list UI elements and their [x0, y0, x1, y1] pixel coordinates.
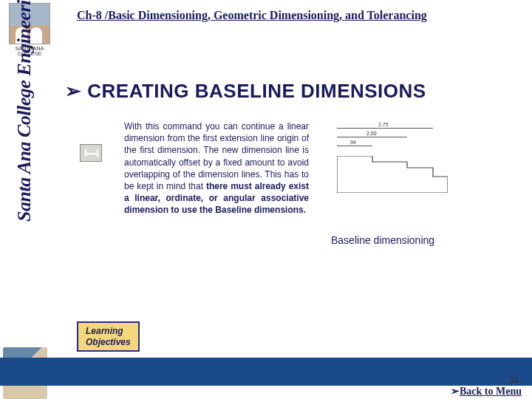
learning-line-2: Objectives	[86, 337, 131, 347]
baseline-dimension-icon	[80, 144, 102, 162]
section-heading: ➢ CREATING BASELINE DIMENSIONS	[65, 80, 532, 103]
bullet-icon: ➢	[65, 80, 82, 102]
learning-objectives-button[interactable]: Learning Objectives	[77, 321, 140, 352]
baseline-dimension-figure: 2.75 2.00 .94	[330, 123, 455, 197]
section-heading-text: CREATING BASELINE DIMENSIONS	[87, 80, 426, 102]
slide-number: 34	[509, 375, 519, 386]
figure-column: 2.75 2.00 .94 Baseline dimensioning	[330, 120, 477, 246]
footer-bar	[0, 358, 532, 386]
left-banner: SANTA ANA COLLEGE Santa Ana College Engi…	[0, 0, 59, 399]
dim-value-1: 2.75	[378, 122, 389, 127]
chapter-title: Ch-8 /Basic Dimensioning, Geometric Dime…	[77, 9, 532, 22]
dim-value-2: 2.00	[366, 131, 377, 136]
body-paragraph: With this command you can continue a lin…	[124, 120, 309, 246]
back-link-text: Back to Menu	[460, 386, 522, 397]
chevron-right-icon: ➢	[451, 386, 460, 397]
learning-line-1: Learning	[86, 326, 131, 336]
slide-content: Ch-8 /Basic Dimensioning, Geometric Dime…	[59, 0, 532, 399]
stepped-profile-icon	[337, 156, 448, 193]
dim-value-3: .94	[349, 140, 356, 145]
vertical-banner-text: Santa Ana College Engineering	[13, 0, 35, 222]
body-row: With this command you can continue a lin…	[59, 120, 532, 246]
figure-caption: Baseline dimensioning	[331, 234, 477, 246]
back-to-menu-link[interactable]: ➢Back to Menu	[451, 385, 522, 398]
